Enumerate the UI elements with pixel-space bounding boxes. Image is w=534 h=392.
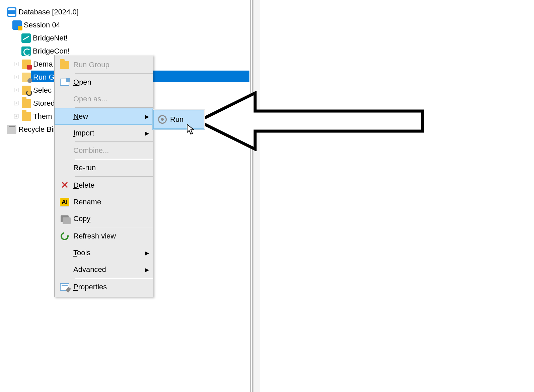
context-menu: Run Group Open Open as... New ▶ Import ▶… [54, 55, 153, 297]
expander-icon[interactable] [14, 88, 18, 92]
expander-icon[interactable] [14, 114, 18, 118]
refresh-icon [59, 231, 70, 242]
folder-icon [22, 73, 31, 82]
menu-item-label: Advanced [73, 265, 145, 274]
submenu-arrow-icon: ▶ [145, 130, 150, 136]
database-icon [7, 7, 16, 17]
folder-icon [22, 112, 31, 121]
menu-item-rerun[interactable]: Re-run [55, 160, 153, 176]
tree-node-label: BridgeNet! [33, 34, 68, 42]
menu-item-label: Copy [73, 214, 150, 223]
copy-icon [61, 215, 69, 222]
menu-item-label: Properties [73, 283, 150, 291]
menu-item-label: Tools [73, 249, 145, 257]
menu-item-copy[interactable]: Copy [55, 210, 153, 227]
menu-item-label: Run Group [73, 61, 150, 69]
submenu-arrow-icon: ▶ [145, 113, 150, 120]
tree-node-label: Stored [33, 99, 55, 108]
folder-icon [22, 99, 31, 108]
delete-icon: ✕ [61, 181, 69, 190]
menu-item-label: Combine... [73, 146, 150, 155]
menu-item-label: Rename [73, 198, 150, 206]
menu-item-label: New [73, 112, 145, 121]
panel-divider[interactable] [250, 0, 253, 392]
menu-item-import[interactable]: Import ▶ [55, 125, 153, 141]
menu-item-run-group: Run Group [55, 57, 153, 73]
menu-item-properties[interactable]: Properties [55, 279, 153, 295]
expander-icon[interactable] [3, 23, 7, 27]
menu-item-label: Import [73, 129, 145, 137]
tree-node-bridgenet[interactable]: BridgeNet! [0, 31, 250, 44]
tree-node-label: Database [2024.0] [18, 8, 79, 16]
folder-icon [60, 61, 69, 69]
menu-item-open[interactable]: Open [55, 74, 153, 91]
bridgenet-icon [21, 33, 31, 43]
expander-icon[interactable] [14, 62, 18, 66]
properties-icon [60, 283, 69, 291]
menu-item-new[interactable]: New ▶ [55, 108, 153, 125]
folder-icon [22, 86, 31, 95]
tree-node-label: Selec [33, 86, 52, 95]
menu-item-label: Refresh view [73, 232, 150, 240]
run-icon [158, 115, 167, 124]
submenu-item-run[interactable]: Run [153, 110, 204, 129]
menu-item-label: Re-run [73, 164, 150, 172]
folder-icon [22, 60, 31, 69]
submenu-arrow-icon: ▶ [145, 250, 150, 256]
tree-node-label: BridgeCon! [33, 47, 70, 56]
submenu-new: Run [152, 109, 205, 130]
expander-icon[interactable] [14, 101, 18, 105]
menu-item-open-as: Open as... [55, 91, 153, 107]
menu-item-advanced[interactable]: Advanced ▶ [55, 261, 153, 278]
menu-item-rename[interactable]: AI Rename [55, 194, 153, 210]
tree-node-label: Run G [33, 73, 55, 82]
session-icon [12, 20, 22, 30]
menu-item-refresh[interactable]: Refresh view [55, 228, 153, 244]
tree-node-label: Them [33, 112, 52, 121]
content-pane [260, 0, 534, 392]
bridgecon-icon [21, 46, 31, 56]
menu-item-tools[interactable]: Tools ▶ [55, 244, 153, 261]
tree-node-label: Session 04 [24, 21, 60, 29]
menu-item-delete[interactable]: ✕ Delete [55, 177, 153, 194]
open-icon [60, 79, 69, 86]
tree-node-label: Recycle Bin [18, 125, 57, 134]
menu-item-label: Delete [73, 181, 150, 190]
tree-node-label: Dema [33, 60, 53, 69]
rename-icon: AI [60, 198, 69, 206]
tree-node-database[interactable]: Database [2024.0] [0, 5, 250, 18]
menu-item-combine: Combine... [55, 142, 153, 159]
tree-node-session[interactable]: Session 04 [0, 18, 250, 31]
menu-item-label: Run [170, 115, 201, 124]
menu-item-label: Open [73, 78, 150, 87]
menu-item-label: Open as... [73, 95, 150, 103]
recycle-bin-icon [7, 125, 16, 134]
tree-scrollbar[interactable] [253, 0, 260, 392]
submenu-arrow-icon: ▶ [145, 267, 150, 273]
expander-icon[interactable] [14, 75, 18, 79]
